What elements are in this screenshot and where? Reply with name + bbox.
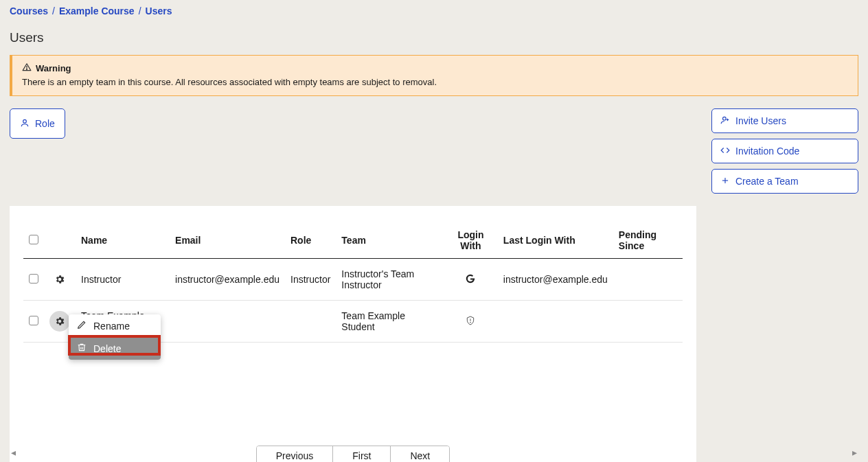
col-team: Team xyxy=(336,222,444,259)
breadcrumb: Courses / Example Course / Users xyxy=(10,5,858,16)
pagination-next[interactable]: Next xyxy=(391,446,449,462)
cell-team: Team Example Student xyxy=(336,301,444,343)
select-all-checkbox[interactable] xyxy=(29,235,38,244)
cell-pending-since xyxy=(613,259,683,301)
create-team-button[interactable]: Create a Team xyxy=(711,169,858,194)
cell-last-login: instructor@example.edu xyxy=(498,259,613,301)
col-pending-since: Pending Since xyxy=(613,222,683,259)
gear-icon xyxy=(54,316,65,327)
breadcrumb-link-course[interactable]: Example Course xyxy=(59,5,135,16)
create-team-label: Create a Team xyxy=(735,176,799,187)
shield-icon xyxy=(449,315,492,326)
warning-icon xyxy=(22,62,32,74)
row-checkbox[interactable] xyxy=(29,274,38,284)
cell-pending-since xyxy=(613,301,683,343)
users-table-card: Name Email Role Team Login With Last Log… xyxy=(10,206,696,462)
breadcrumb-separator: / xyxy=(52,5,55,16)
cell-email xyxy=(170,301,285,343)
cell-name: Instructor xyxy=(76,259,170,301)
row-context-menu: Rename Delete xyxy=(69,314,161,360)
scroll-left-arrow[interactable]: ◂ xyxy=(11,447,16,458)
cell-last-login xyxy=(498,301,613,343)
person-add-icon xyxy=(720,115,730,127)
google-icon xyxy=(449,273,492,284)
pagination-first[interactable]: First xyxy=(333,446,391,462)
invite-users-label: Invite Users xyxy=(735,115,786,126)
col-email: Email xyxy=(170,222,285,259)
plus-icon xyxy=(720,176,730,187)
cell-team: Instructor's Team Instructor xyxy=(336,259,444,301)
invite-users-button[interactable]: Invite Users xyxy=(711,108,858,133)
menu-item-rename[interactable]: Rename xyxy=(69,314,161,337)
breadcrumb-link-users[interactable]: Users xyxy=(146,5,172,16)
pagination-previous[interactable]: Previous xyxy=(257,446,333,462)
user-icon xyxy=(20,118,30,130)
role-filter-button[interactable]: Role xyxy=(10,108,65,139)
page-title: Users xyxy=(10,30,858,45)
svg-point-9 xyxy=(470,322,471,323)
warning-title: Warning xyxy=(36,63,71,73)
table-row: Instructor instructor@example.edu Instru… xyxy=(23,259,683,301)
breadcrumb-separator: / xyxy=(139,5,141,16)
menu-item-rename-label: Rename xyxy=(93,321,130,332)
invitation-code-button[interactable]: Invitation Code xyxy=(711,139,858,163)
cell-role xyxy=(285,301,336,343)
pencil-icon xyxy=(77,320,87,332)
row-actions-gear[interactable] xyxy=(49,311,70,332)
cell-email: instructor@example.edu xyxy=(170,259,285,301)
col-role: Role xyxy=(285,222,336,259)
scroll-right-arrow[interactable]: ▸ xyxy=(852,447,857,458)
row-checkbox[interactable] xyxy=(29,316,38,325)
warning-message: There is an empty team in this course. A… xyxy=(22,77,848,87)
invitation-code-label: Invitation Code xyxy=(735,146,799,157)
menu-item-delete[interactable]: Delete xyxy=(69,337,161,360)
pagination-group: Previous First Next xyxy=(256,446,450,462)
svg-point-1 xyxy=(27,69,27,69)
row-actions-gear[interactable] xyxy=(49,269,70,290)
trash-icon xyxy=(77,343,87,354)
svg-point-2 xyxy=(23,119,27,123)
breadcrumb-link-courses[interactable]: Courses xyxy=(10,5,48,16)
col-name: Name xyxy=(76,222,170,259)
col-login-with: Login With xyxy=(444,222,498,259)
col-last-login-with: Last Login With xyxy=(498,222,613,259)
cell-role: Instructor xyxy=(285,259,336,301)
role-filter-label: Role xyxy=(35,118,55,129)
code-icon xyxy=(720,146,730,157)
menu-item-delete-label: Delete xyxy=(93,343,121,354)
gear-icon xyxy=(54,274,65,285)
svg-point-3 xyxy=(723,117,727,120)
warning-banner: Warning There is an empty team in this c… xyxy=(10,55,858,96)
